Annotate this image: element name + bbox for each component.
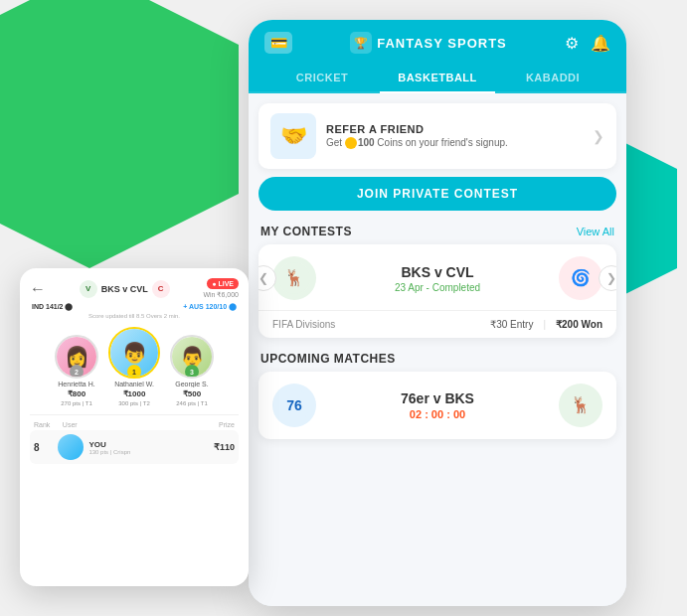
contest-card-footer: FIFA Divisions ₹30 Entry | ₹200 Won — [258, 310, 616, 338]
match-title: V BKS v CVL C — [80, 280, 170, 298]
contest-prize-row: ₹30 Entry | ₹200 Won — [490, 319, 602, 330]
you-avatar — [58, 434, 84, 460]
refer-illustration: 🤝 — [270, 113, 316, 159]
player-team-3: 246 pts | T1 — [176, 400, 207, 406]
upcoming-card: 76 76er v BKS 02 : 00 : 00 🦌 — [258, 372, 616, 439]
svg-text:🌀: 🌀 — [571, 268, 591, 287]
you-rank: 8 — [34, 442, 58, 453]
view-all-link[interactable]: View All — [577, 226, 614, 237]
contest-card-header: ❮ 🦌 BKS v CVL 23 Apr - Completed 🌀 — [258, 244, 616, 310]
join-private-contest-button[interactable]: JOIN PRIVATE CONTEST — [258, 177, 616, 211]
contest-next-arrow[interactable]: ❯ — [599, 265, 616, 291]
leaderboard-card: ← V BKS v CVL C ● LIVE Win ₹6,000 IND 14… — [20, 268, 249, 586]
avatar-1: 👦 1 — [108, 327, 160, 379]
refer-text-block: REFER A FRIEND Get 100 Coins on your fri… — [326, 123, 583, 149]
prize-won: ₹200 Won — [556, 319, 602, 330]
upcoming-center: 76er v BKS 02 : 00 : 00 — [316, 390, 559, 420]
app-title: FANTASY SPORTS — [377, 36, 507, 51]
upcoming-vs: 76er v BKS — [316, 390, 559, 406]
phone-nav: CRICKET BASKETBALL KABADDI — [249, 62, 626, 93]
player-team-2: 270 pts | T1 — [61, 400, 91, 406]
tab-kabaddi[interactable]: KABADDI — [495, 64, 610, 93]
player-name-1: Nathaniel W. — [114, 381, 154, 387]
match-name-small: BKS v CVL — [101, 284, 148, 294]
player-team-1: 300 pts | T2 — [118, 400, 149, 406]
coin-amount: 100 — [358, 137, 375, 148]
match-info-center: BKS v CVL 23 Apr - Completed — [316, 264, 559, 293]
home-team-icon-small: V — [80, 280, 97, 298]
aus-score: + AUS 120/10 ⬤ — [183, 303, 237, 311]
sixers-logo-svg: 76 — [277, 388, 311, 422]
player-name-2: Henrietta H. — [58, 381, 94, 387]
app-logo: 🏆 FANTASY SPORTS — [350, 32, 507, 54]
live-badge: ● LIVE — [207, 278, 239, 289]
upcoming-header: UPCOMING MATCHES — [249, 348, 626, 372]
you-info: YOU 130 pts | Crispn — [88, 440, 186, 455]
player-prize-3: ₹500 — [183, 389, 201, 398]
back-arrow-icon[interactable]: ← — [30, 280, 46, 298]
avatar-3: 👨 3 — [170, 335, 214, 379]
prize-col-label: Prize — [177, 421, 235, 428]
avatar-2: 👩 2 — [55, 335, 98, 379]
leaderboard-avatars: 👩 2 Henrietta H. ₹800 270 pts | T1 👦 1 N… — [30, 327, 239, 406]
phone-ui: 💳 🏆 FANTASY SPORTS ⚙ 🔔 CRICKET BASKETBAL… — [249, 20, 626, 606]
player-prize-1: ₹1000 — [123, 389, 146, 398]
refer-title: REFER A FRIEND — [326, 123, 583, 135]
tab-basketball[interactable]: BASKETBALL — [380, 64, 495, 93]
join-btn-wrap: JOIN PRIVATE CONTEST — [249, 177, 626, 221]
rank-header: Rank User Prize — [30, 419, 239, 430]
you-row: 8 YOU 130 pts | Crispn ₹110 — [30, 430, 239, 464]
player-name-3: Georgie S. — [175, 381, 208, 387]
you-prize: ₹110 — [186, 442, 235, 452]
filter-icon[interactable]: ⚙ — [565, 34, 579, 53]
refer-desc: Get 100 Coins on your friend's signup. — [326, 137, 583, 149]
rank-col-label: Rank — [34, 421, 63, 428]
refer-arrow-icon[interactable]: ❯ — [593, 128, 604, 144]
tab-cricket[interactable]: CRICKET — [264, 64, 380, 93]
divider — [30, 414, 239, 415]
match-date: 23 Apr - Completed — [316, 282, 559, 293]
prize-separator: | — [543, 319, 546, 330]
upcoming-bucks-svg: 🦌 — [564, 388, 598, 422]
upcoming-away-logo: 🦌 — [559, 384, 602, 427]
score-bar: IND 141/2 ⬤ + AUS 120/10 ⬤ — [30, 303, 239, 311]
player-rank-2: 👩 2 Henrietta H. ₹800 270 pts | T1 — [55, 329, 98, 406]
my-contests-title: MY CONTESTS — [260, 225, 352, 238]
phone-content: 🤝 REFER A FRIEND Get 100 Coins on your f… — [249, 93, 626, 606]
entry-fee: ₹30 Entry — [490, 319, 533, 330]
away-team-logo: 🌀 — [559, 256, 602, 300]
player-prize-2: ₹800 — [68, 389, 86, 398]
topbar-right: ⚙ 🔔 — [565, 34, 610, 53]
svg-text:🦌: 🦌 — [571, 395, 591, 414]
wallet-icon[interactable]: 💳 — [264, 32, 292, 54]
svg-text:76: 76 — [286, 397, 302, 413]
win-text: Win ₹6,000 — [203, 291, 239, 299]
upcoming-title: UPCOMING MATCHES — [260, 352, 396, 366]
coin-icon — [345, 137, 357, 149]
refer-banner: 🤝 REFER A FRIEND Get 100 Coins on your f… — [258, 103, 616, 169]
leaderboard-header: ← V BKS v CVL C ● LIVE Win ₹6,000 — [30, 278, 239, 299]
app-logo-icon: 🏆 — [350, 32, 372, 54]
ind-score: IND 141/2 ⬤ — [32, 303, 73, 311]
contest-card: ❮ 🦌 BKS v CVL 23 Apr - Completed 🌀 — [258, 244, 616, 338]
user-col-label: User — [63, 421, 177, 428]
upcoming-home-logo: 76 — [272, 384, 316, 427]
upcoming-timer: 02 : 00 : 00 — [316, 408, 559, 420]
away-team-icon-small: C — [152, 280, 170, 298]
bell-icon[interactable]: 🔔 — [591, 34, 610, 53]
contest-league: FIFA Divisions — [272, 319, 335, 330]
cavs-logo-svg: 🌀 — [564, 261, 598, 295]
home-team-logo: 🦌 — [272, 256, 316, 300]
phone-topbar: 💳 🏆 FANTASY SPORTS ⚙ 🔔 — [249, 20, 626, 62]
you-pts: 130 pts | Crispn — [88, 449, 186, 455]
rank-badge-3: 3 — [185, 365, 199, 379]
svg-text:🦌: 🦌 — [284, 268, 304, 287]
player-rank-3: 👨 3 Georgie S. ₹500 246 pts | T1 — [170, 327, 214, 406]
you-name: YOU — [88, 440, 186, 449]
rank-badge-1: 1 — [127, 365, 141, 379]
player-rank-1: 👦 1 Nathaniel W. ₹1000 300 pts | T2 — [108, 327, 160, 406]
bucks-logo-svg: 🦌 — [277, 261, 311, 295]
my-contests-header: MY CONTESTS View All — [249, 221, 626, 244]
bg-hex-green — [0, 0, 239, 268]
match-vs: BKS v CVL — [316, 264, 559, 280]
